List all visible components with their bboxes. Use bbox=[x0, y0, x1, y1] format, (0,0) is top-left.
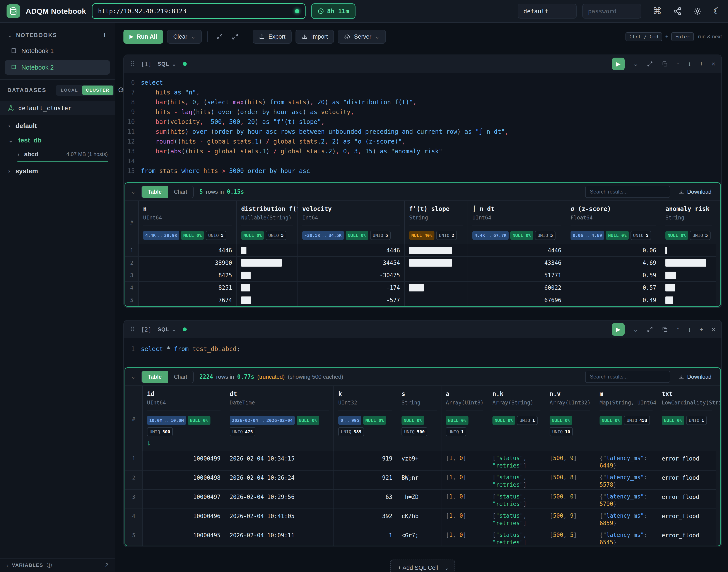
toolbar-separator bbox=[247, 31, 247, 42]
server-button[interactable]: Server ⌄ bbox=[338, 30, 386, 44]
scope-cluster-option[interactable]: CLUSTER bbox=[82, 85, 113, 95]
search-results-input[interactable] bbox=[585, 186, 670, 198]
column-type: Nullable(String) bbox=[241, 215, 293, 221]
chevron-down-icon[interactable]: ⌄ bbox=[7, 32, 12, 38]
run-cell-button[interactable]: ▶ bbox=[612, 323, 625, 336]
run-cell-button[interactable]: ▶ bbox=[612, 58, 625, 70]
sql-editor[interactable]: 1select * from test_db.abcd; bbox=[124, 338, 721, 367]
tree-item-default[interactable]: › default bbox=[0, 119, 115, 133]
scope-local-option[interactable]: LOCAL bbox=[57, 85, 82, 95]
download-button[interactable]: Download bbox=[675, 186, 715, 198]
line-number: 6 bbox=[124, 78, 141, 87]
table-cell: 2026-02-04 10:34:15 bbox=[225, 451, 333, 470]
search-results-input[interactable] bbox=[585, 371, 670, 383]
tab-table[interactable]: Table bbox=[142, 186, 168, 198]
export-button[interactable]: Export bbox=[253, 30, 292, 44]
column-name: n.k bbox=[492, 390, 541, 398]
database-icon bbox=[9, 7, 17, 15]
chevron-right-icon: › bbox=[17, 151, 19, 157]
sidebar-item-notebook-1[interactable]: Notebook 1 bbox=[5, 44, 110, 58]
run-all-button[interactable]: ▶ Run All bbox=[124, 30, 163, 44]
expand-cell-icon[interactable] bbox=[647, 61, 653, 67]
expand-all-icon[interactable] bbox=[229, 33, 241, 41]
add-notebook-button[interactable]: + bbox=[102, 30, 107, 41]
sort-desc-icon[interactable]: ↓ bbox=[147, 439, 221, 447]
username-field[interactable] bbox=[518, 4, 577, 18]
collapse-results-icon[interactable]: ⌄ bbox=[131, 374, 136, 379]
column-stats: NULL 0%UNIQ453 bbox=[599, 416, 653, 425]
move-cell-up-icon[interactable]: ↑ bbox=[676, 60, 679, 68]
line-number: 14 bbox=[124, 156, 141, 166]
line-number: 1 bbox=[124, 344, 141, 354]
cell-actions: ▶ ⌄ ↑ ↓ + × bbox=[612, 58, 715, 70]
collapse-results-icon[interactable]: ⌄ bbox=[131, 189, 136, 195]
copy-cell-icon[interactable] bbox=[661, 61, 668, 67]
chevron-down-icon[interactable]: ⌄ bbox=[633, 326, 638, 333]
table-cell: _h=ZD bbox=[397, 489, 441, 508]
column-type: UInt64 bbox=[143, 215, 232, 221]
session-timer-badge: 8h 11m bbox=[311, 3, 355, 19]
variables-footer[interactable]: › VARIABLES ⓘ 2 bbox=[0, 559, 115, 572]
settings-gear-icon[interactable] bbox=[693, 7, 702, 15]
sql-cell-2: ⠿ [2] SQL ⌄ ▶ ⌄ bbox=[124, 320, 722, 547]
database-label: default bbox=[15, 122, 37, 130]
tab-chart[interactable]: Chart bbox=[168, 371, 193, 383]
notebook-label: Notebook 1 bbox=[21, 47, 54, 55]
tree-item-system[interactable]: › system bbox=[0, 164, 115, 178]
column-name: anomaly risk bbox=[665, 205, 712, 212]
column-type: Float64 bbox=[571, 215, 656, 221]
notebook-toolbar: ▶ Run All Clear ⌄ bbox=[124, 28, 722, 45]
share-icon[interactable] bbox=[673, 7, 682, 15]
chip-null: NULL 0% bbox=[665, 231, 688, 240]
cell-language-select[interactable]: SQL ⌄ bbox=[158, 327, 177, 333]
table-cell bbox=[404, 244, 468, 256]
dark-mode-moon-icon[interactable]: ☾ bbox=[713, 7, 721, 16]
drag-handle-icon[interactable]: ⠿ bbox=[130, 326, 135, 333]
tree-item-test-db[interactable]: ⌄ test_db bbox=[0, 133, 115, 147]
chip-uniq: UNIQ389 bbox=[338, 427, 364, 436]
tab-table[interactable]: Table bbox=[142, 371, 168, 383]
cluster-row[interactable]: default_cluster bbox=[0, 101, 115, 115]
sidebar-item-notebook-2[interactable]: Notebook 2 bbox=[5, 60, 110, 75]
drag-handle-icon[interactable]: ⠿ bbox=[130, 60, 135, 68]
sql-editor[interactable]: 6select7 hits as "n",8 bar(hits, 0, (sel… bbox=[124, 73, 721, 183]
table-cell: 4446 bbox=[468, 244, 566, 256]
close-cell-icon[interactable]: × bbox=[711, 326, 715, 333]
column-name: n bbox=[143, 205, 232, 212]
add-cell-icon[interactable]: + bbox=[700, 326, 703, 333]
import-button[interactable]: Import bbox=[296, 30, 334, 44]
chip-uniq: UNIQ5 bbox=[690, 231, 710, 240]
clear-label: Clear bbox=[173, 33, 187, 40]
download-button[interactable]: Download bbox=[675, 371, 715, 383]
code-text: hits - lag(hits) over (order by hour asc… bbox=[141, 107, 354, 117]
row-index: 5 bbox=[125, 528, 142, 546]
add-cell-icon[interactable]: + bbox=[700, 60, 703, 68]
move-cell-up-icon[interactable]: ↑ bbox=[676, 326, 679, 333]
table-size-meta: 4.07 MB (1 hosts) bbox=[67, 151, 108, 157]
close-cell-icon[interactable]: × bbox=[711, 60, 715, 68]
command-menu-icon[interactable]: ⌘ bbox=[653, 7, 662, 16]
table-cell: 2026-02-04 10:26:24 bbox=[225, 470, 333, 489]
password-field[interactable] bbox=[582, 4, 641, 18]
cell-language-select[interactable]: SQL ⌄ bbox=[158, 61, 177, 67]
connection-url-input[interactable] bbox=[98, 8, 295, 15]
notebooks-section-header: ⌄ NOTEBOOKS + bbox=[0, 29, 115, 42]
code-text: select bbox=[141, 78, 163, 87]
expand-cell-icon[interactable] bbox=[647, 326, 653, 333]
variables-label: VARIABLES bbox=[12, 562, 44, 568]
tab-chart[interactable]: Chart bbox=[168, 186, 193, 198]
value-bar bbox=[665, 259, 706, 267]
clear-button[interactable]: Clear ⌄ bbox=[167, 30, 201, 44]
table-cell: ["status", "retries"] bbox=[488, 470, 545, 489]
add-sql-cell-button[interactable]: + Add SQL Cell ⌄ bbox=[390, 560, 455, 572]
tree-item-abcd[interactable]: › abcd 4.07 MB (1 hosts) bbox=[0, 147, 115, 161]
table-cell bbox=[404, 281, 468, 294]
collapse-all-icon[interactable] bbox=[214, 33, 225, 41]
chip-uniq: UNIQ5 bbox=[370, 231, 391, 240]
move-cell-down-icon[interactable]: ↓ bbox=[688, 326, 691, 333]
copy-cell-icon[interactable] bbox=[661, 326, 668, 333]
chevron-down-icon[interactable]: ⌄ bbox=[633, 61, 638, 67]
move-cell-down-icon[interactable]: ↓ bbox=[688, 60, 691, 68]
column-header: anomaly riskStringNULL 0%UNIQ5 bbox=[661, 201, 716, 244]
column-header: dtDateTime2026-02-04..2026-02-04NULL 0%U… bbox=[225, 386, 333, 451]
